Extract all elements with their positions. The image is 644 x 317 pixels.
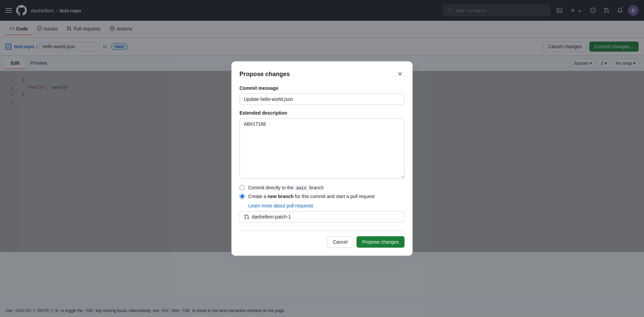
modal-close-button[interactable]: ✕	[395, 69, 405, 79]
modal-footer: Cancel Propose changes	[239, 231, 405, 248]
branch-name-input-wrapper	[239, 211, 405, 223]
modal-header: Propose changes ✕	[239, 69, 405, 79]
cancel-button[interactable]: Cancel	[327, 236, 353, 248]
propose-changes-modal: Propose changes ✕ Commit message Extende…	[231, 61, 413, 256]
commit-message-input[interactable]	[239, 93, 405, 105]
extended-desc-textarea[interactable]	[239, 118, 405, 179]
learn-more-link[interactable]: Learn more about pull requests	[248, 203, 313, 208]
propose-changes-button[interactable]: Propose changes	[357, 236, 405, 248]
modal-title: Propose changes	[239, 71, 290, 78]
radio-new-branch[interactable]: Create a new branch for this commit and …	[239, 194, 405, 199]
close-icon: ✕	[397, 70, 402, 78]
branch-icon	[244, 214, 249, 219]
branch-options: Commit directly to the main branch Creat…	[239, 185, 405, 199]
branch-name-input[interactable]	[252, 214, 400, 219]
new-branch-label: Create a new branch for this commit and …	[248, 194, 375, 199]
commit-message-section: Commit message	[239, 85, 405, 105]
new-branch-radio[interactable]	[239, 194, 245, 199]
learn-more-text: Learn more about pull requests	[248, 203, 313, 208]
main-branch-code: main	[295, 185, 308, 191]
new-branch-bold: new branch	[268, 194, 294, 199]
modal-overlay[interactable]: Propose changes ✕ Commit message Extende…	[0, 0, 644, 317]
radio-direct-commit[interactable]: Commit directly to the main branch	[239, 185, 405, 190]
direct-commit-label: Commit directly to the main branch	[248, 185, 324, 190]
extended-desc-label: Extended description	[239, 110, 405, 116]
direct-commit-radio[interactable]	[239, 185, 245, 190]
extended-desc-section: Extended description	[239, 110, 405, 180]
commit-message-label: Commit message	[239, 85, 405, 91]
